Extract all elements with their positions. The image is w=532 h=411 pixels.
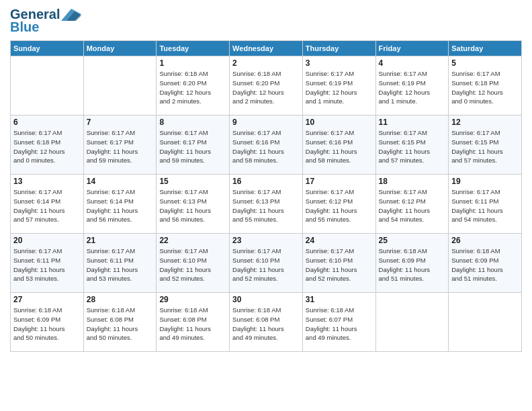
col-header-friday: Friday — [375, 41, 449, 56]
day-number: 1 — [159, 58, 226, 68]
day-number: 5 — [451, 58, 519, 68]
day-info: Sunrise: 6:18 AM Sunset: 6:07 PM Dayligh… — [306, 306, 373, 342]
day-number: 25 — [379, 236, 446, 245]
day-info: Sunrise: 6:18 AM Sunset: 6:20 PM Dayligh… — [159, 69, 226, 106]
day-number: 7 — [87, 118, 154, 127]
day-info: Sunrise: 6:17 AM Sunset: 6:13 PM Dayligh… — [159, 187, 226, 224]
day-number: 23 — [232, 236, 300, 245]
day-info: Sunrise: 6:18 AM Sunset: 6:08 PM Dayligh… — [87, 306, 154, 342]
col-header-saturday: Saturday — [449, 41, 522, 56]
day-number: 16 — [232, 177, 300, 186]
day-number: 22 — [159, 236, 226, 245]
calendar-week-row: 1Sunrise: 6:18 AM Sunset: 6:20 PM Daylig… — [11, 56, 522, 116]
calendar-cell: 10Sunrise: 6:17 AM Sunset: 6:16 PM Dayli… — [302, 116, 375, 175]
calendar-cell: 6Sunrise: 6:17 AM Sunset: 6:18 PM Daylig… — [11, 116, 84, 175]
day-info: Sunrise: 6:17 AM Sunset: 6:19 PM Dayligh… — [306, 69, 373, 106]
day-number: 8 — [159, 118, 226, 127]
day-info: Sunrise: 6:17 AM Sunset: 6:19 PM Dayligh… — [379, 69, 446, 106]
calendar-cell: 1Sunrise: 6:18 AM Sunset: 6:20 PM Daylig… — [157, 56, 230, 116]
calendar-cell: 9Sunrise: 6:17 AM Sunset: 6:16 PM Daylig… — [230, 116, 303, 175]
calendar-cell: 12Sunrise: 6:17 AM Sunset: 6:15 PM Dayli… — [449, 116, 522, 175]
calendar-cell: 8Sunrise: 6:17 AM Sunset: 6:17 PM Daylig… — [157, 116, 230, 175]
day-info: Sunrise: 6:17 AM Sunset: 6:13 PM Dayligh… — [232, 187, 300, 224]
calendar-cell: 24Sunrise: 6:17 AM Sunset: 6:10 PM Dayli… — [302, 234, 375, 293]
day-info: Sunrise: 6:17 AM Sunset: 6:12 PM Dayligh… — [379, 187, 446, 224]
calendar-cell: 16Sunrise: 6:17 AM Sunset: 6:13 PM Dayli… — [230, 175, 303, 234]
day-info: Sunrise: 6:18 AM Sunset: 6:09 PM Dayligh… — [13, 306, 81, 342]
day-info: Sunrise: 6:17 AM Sunset: 6:15 PM Dayligh… — [451, 128, 519, 165]
calendar-cell: 29Sunrise: 6:18 AM Sunset: 6:08 PM Dayli… — [157, 293, 230, 352]
day-info: Sunrise: 6:17 AM Sunset: 6:17 PM Dayligh… — [87, 128, 154, 165]
col-header-monday: Monday — [83, 41, 157, 56]
calendar-cell — [449, 293, 522, 352]
calendar-cell — [83, 56, 157, 116]
day-info: Sunrise: 6:17 AM Sunset: 6:16 PM Dayligh… — [232, 128, 300, 165]
day-info: Sunrise: 6:17 AM Sunset: 6:16 PM Dayligh… — [306, 128, 373, 165]
calendar-cell: 2Sunrise: 6:18 AM Sunset: 6:20 PM Daylig… — [230, 56, 303, 116]
day-number: 28 — [87, 295, 154, 304]
col-header-thursday: Thursday — [302, 41, 375, 56]
day-info: Sunrise: 6:17 AM Sunset: 6:10 PM Dayligh… — [232, 246, 300, 283]
day-number: 2 — [232, 58, 300, 68]
day-number: 12 — [451, 118, 519, 127]
day-info: Sunrise: 6:17 AM Sunset: 6:14 PM Dayligh… — [87, 187, 154, 224]
day-number: 30 — [232, 295, 300, 304]
calendar-cell: 4Sunrise: 6:17 AM Sunset: 6:19 PM Daylig… — [375, 56, 449, 116]
day-number: 11 — [379, 118, 446, 127]
calendar-cell — [11, 56, 84, 116]
col-header-tuesday: Tuesday — [157, 41, 230, 56]
calendar-cell: 21Sunrise: 6:17 AM Sunset: 6:11 PM Dayli… — [83, 234, 157, 293]
day-number: 17 — [306, 177, 373, 186]
calendar-cell: 18Sunrise: 6:17 AM Sunset: 6:12 PM Dayli… — [375, 175, 449, 234]
calendar-cell: 25Sunrise: 6:18 AM Sunset: 6:09 PM Dayli… — [375, 234, 449, 293]
day-info: Sunrise: 6:17 AM Sunset: 6:12 PM Dayligh… — [306, 187, 373, 224]
calendar-cell: 14Sunrise: 6:17 AM Sunset: 6:14 PM Dayli… — [83, 175, 157, 234]
day-number: 31 — [306, 295, 373, 304]
calendar-week-row: 6Sunrise: 6:17 AM Sunset: 6:18 PM Daylig… — [11, 116, 522, 175]
day-number: 9 — [232, 118, 300, 127]
calendar-cell: 23Sunrise: 6:17 AM Sunset: 6:10 PM Dayli… — [230, 234, 303, 293]
calendar-cell: 26Sunrise: 6:18 AM Sunset: 6:09 PM Dayli… — [449, 234, 522, 293]
calendar-table: SundayMondayTuesdayWednesdayThursdayFrid… — [10, 40, 522, 352]
calendar-week-row: 13Sunrise: 6:17 AM Sunset: 6:14 PM Dayli… — [11, 175, 522, 234]
day-info: Sunrise: 6:17 AM Sunset: 6:17 PM Dayligh… — [159, 128, 226, 165]
calendar-week-row: 27Sunrise: 6:18 AM Sunset: 6:09 PM Dayli… — [11, 293, 522, 352]
day-info: Sunrise: 6:17 AM Sunset: 6:10 PM Dayligh… — [306, 246, 373, 283]
calendar-cell: 27Sunrise: 6:18 AM Sunset: 6:09 PM Dayli… — [11, 293, 84, 352]
calendar-cell: 20Sunrise: 6:17 AM Sunset: 6:11 PM Dayli… — [11, 234, 84, 293]
page: General Blue SundayMondayTuesdayWednesda… — [0, 0, 532, 411]
logo-blue: Blue — [10, 19, 39, 35]
day-info: Sunrise: 6:17 AM Sunset: 6:14 PM Dayligh… — [13, 187, 81, 224]
day-info: Sunrise: 6:17 AM Sunset: 6:15 PM Dayligh… — [379, 128, 446, 165]
day-number: 29 — [159, 295, 226, 304]
day-number: 18 — [379, 177, 446, 186]
day-info: Sunrise: 6:17 AM Sunset: 6:11 PM Dayligh… — [13, 246, 81, 283]
day-number: 6 — [13, 118, 81, 127]
day-number: 27 — [13, 295, 81, 304]
day-number: 14 — [87, 177, 154, 186]
calendar-cell: 31Sunrise: 6:18 AM Sunset: 6:07 PM Dayli… — [302, 293, 375, 352]
day-info: Sunrise: 6:17 AM Sunset: 6:10 PM Dayligh… — [159, 246, 226, 283]
calendar-cell: 17Sunrise: 6:17 AM Sunset: 6:12 PM Dayli… — [302, 175, 375, 234]
calendar-cell: 13Sunrise: 6:17 AM Sunset: 6:14 PM Dayli… — [11, 175, 84, 234]
day-info: Sunrise: 6:18 AM Sunset: 6:20 PM Dayligh… — [232, 69, 300, 106]
day-info: Sunrise: 6:18 AM Sunset: 6:08 PM Dayligh… — [232, 306, 300, 342]
day-info: Sunrise: 6:18 AM Sunset: 6:08 PM Dayligh… — [159, 306, 226, 342]
col-header-wednesday: Wednesday — [230, 41, 303, 56]
day-number: 15 — [159, 177, 226, 186]
day-number: 3 — [306, 58, 373, 68]
calendar-cell: 19Sunrise: 6:17 AM Sunset: 6:11 PM Dayli… — [449, 175, 522, 234]
calendar-week-row: 20Sunrise: 6:17 AM Sunset: 6:11 PM Dayli… — [11, 234, 522, 293]
logo-bird-icon — [61, 9, 81, 21]
calendar-cell: 7Sunrise: 6:17 AM Sunset: 6:17 PM Daylig… — [83, 116, 157, 175]
day-info: Sunrise: 6:17 AM Sunset: 6:11 PM Dayligh… — [87, 246, 154, 283]
day-number: 20 — [13, 236, 81, 245]
day-number: 19 — [451, 177, 519, 186]
calendar-cell: 11Sunrise: 6:17 AM Sunset: 6:15 PM Dayli… — [375, 116, 449, 175]
calendar-header-row: SundayMondayTuesdayWednesdayThursdayFrid… — [11, 41, 522, 56]
header: General Blue — [10, 7, 522, 35]
day-info: Sunrise: 6:18 AM Sunset: 6:09 PM Dayligh… — [379, 246, 446, 283]
col-header-sunday: Sunday — [11, 41, 84, 56]
day-number: 24 — [306, 236, 373, 245]
day-number: 10 — [306, 118, 373, 127]
